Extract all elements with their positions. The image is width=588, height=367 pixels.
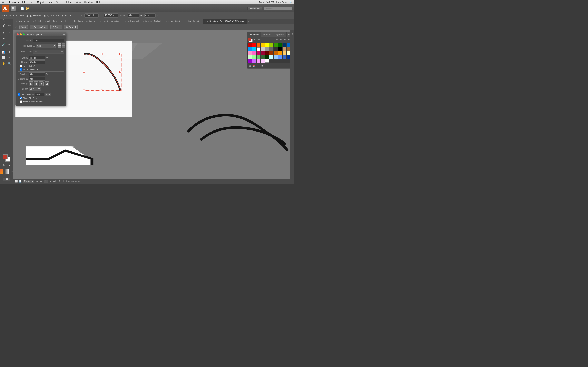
done-button[interactable]: ✓ Done: [51, 25, 62, 29]
swatch-5[interactable]: [269, 43, 273, 47]
menu-select[interactable]: Select: [56, 1, 63, 4]
name-input[interactable]: [33, 39, 64, 42]
handles-icon-2[interactable]: ◎: [47, 14, 49, 17]
copies-select[interactable]: 5 x 7 3 x 5 1 x 1 3 x 3: [29, 87, 41, 91]
dim-copies-checkbox[interactable]: [17, 93, 20, 96]
anchors-icon-2[interactable]: ⊗: [65, 14, 67, 17]
swatch-25[interactable]: [269, 51, 273, 55]
open-file-icon[interactable]: 📂: [26, 7, 29, 10]
graph-tool[interactable]: 📊: [1, 50, 6, 54]
swatch-28[interactable]: [283, 51, 286, 55]
new-swatch-btn[interactable]: +: [256, 64, 260, 68]
new-file-icon[interactable]: 📄: [21, 7, 24, 10]
anchors-icon-3[interactable]: ⊙: [69, 14, 71, 17]
pencil-tool[interactable]: ✏: [7, 23, 12, 28]
dim-select[interactable]: %: [45, 92, 51, 96]
prev-page-btn[interactable]: ◀: [40, 180, 43, 183]
search-icon[interactable]: 🔍: [290, 1, 292, 4]
move-tile-checkbox[interactable]: [20, 68, 22, 71]
tab-close-3[interactable]: ✕: [99, 20, 101, 22]
swatch-2[interactable]: [257, 43, 260, 47]
menu-type[interactable]: Type: [47, 1, 53, 4]
swatch-16[interactable]: [274, 47, 278, 51]
convert-icon-1[interactable]: ◢: [26, 14, 28, 17]
menu-view[interactable]: View: [76, 1, 81, 4]
tab-close-active[interactable]: ✕: [205, 20, 206, 22]
h-spacing-link[interactable]: ⟳: [46, 73, 48, 76]
menu-file[interactable]: File: [22, 1, 26, 4]
tab-1[interactable]: ✕ color_theory_cuts.ai: [43, 19, 68, 24]
symbol-tool[interactable]: ⁑: [7, 50, 12, 54]
gradient-btn[interactable]: [4, 169, 9, 174]
tab-close-5[interactable]: ✕: [143, 20, 145, 22]
fg-bg-swatch[interactable]: [3, 154, 10, 162]
swatch-40[interactable]: [248, 59, 251, 63]
handles-icon-1[interactable]: ◉: [44, 14, 46, 17]
tab-close-4[interactable]: ✕: [124, 20, 126, 22]
overlap-btn-4[interactable]: ◪: [44, 81, 49, 86]
swatch-35[interactable]: [269, 55, 273, 59]
tab-close-1[interactable]: ✕: [45, 20, 46, 22]
eyedropper-tool[interactable]: 💉: [1, 42, 6, 47]
zoom-tool[interactable]: 🔍: [7, 61, 12, 66]
x-input[interactable]: [84, 13, 99, 17]
first-page-btn[interactable]: |◀: [35, 180, 38, 183]
panel-menu-icon[interactable]: ≡: [63, 33, 65, 36]
swatch-30[interactable]: [248, 55, 251, 59]
panel-max-btn[interactable]: [23, 33, 25, 35]
swatch-38[interactable]: [283, 55, 286, 59]
swatch-1[interactable]: [252, 43, 256, 47]
swatch-14[interactable]: [265, 47, 269, 51]
tab-close-7[interactable]: ✕: [186, 20, 187, 22]
sp-tool-1[interactable]: ⊕: [275, 38, 279, 41]
brick-offset-select[interactable]: 1/2 1/3 1/4: [33, 50, 64, 54]
warp-tool[interactable]: 〜: [1, 36, 6, 41]
blend-tool[interactable]: ∞: [7, 42, 12, 47]
swatch-0[interactable]: [248, 43, 251, 47]
swatch-32[interactable]: [257, 55, 260, 59]
v-spacing-input[interactable]: [29, 77, 45, 81]
brushes-tab[interactable]: Brushes: [261, 33, 274, 37]
menu-illustrator[interactable]: Illustrator: [8, 1, 19, 4]
swatch-26[interactable]: [274, 51, 278, 55]
swatch-13[interactable]: [261, 47, 265, 51]
tab-close-6[interactable]: ✕: [165, 20, 167, 22]
swatch-41[interactable]: [252, 59, 256, 63]
hand-tool[interactable]: ✋: [1, 61, 6, 66]
width-tool[interactable]: ⇔: [7, 36, 12, 41]
artboard-tool[interactable]: ⬜: [1, 55, 6, 60]
menu-help[interactable]: Help: [96, 1, 101, 4]
right-panel-icon-7[interactable]: ⚙: [291, 32, 294, 35]
swatch-view-list[interactable]: ≡: [253, 38, 257, 41]
swatch-22[interactable]: [257, 51, 260, 55]
essentials-button[interactable]: Essentials: [247, 7, 262, 10]
dim-input[interactable]: [35, 92, 44, 96]
menu-effect[interactable]: Effect: [66, 1, 72, 4]
swatch-24[interactable]: [265, 51, 269, 55]
tabs-more-btn[interactable]: ›: [247, 20, 250, 23]
tab-active[interactable]: ✕ shirt_pattern* @ 1200% (CMYK/Preview): [203, 19, 247, 24]
cancel-button[interactable]: ⊘ Cancel: [64, 25, 77, 29]
y-input[interactable]: [104, 13, 118, 17]
tab-5[interactable]: ✕ final_cut_finals.ai: [141, 19, 163, 24]
apple-menu[interactable]: ⌘: [2, 1, 4, 4]
swatches-tab[interactable]: Swatches: [247, 33, 261, 37]
artboard-view-btn[interactable]: ⬜: [3, 178, 10, 181]
sp-tool-2[interactable]: ⊗: [279, 38, 283, 41]
overlap-btn-2[interactable]: ◨: [34, 81, 38, 86]
w-input[interactable]: [128, 13, 139, 17]
swatch-group-icon[interactable]: ⊞: [248, 64, 252, 68]
height-input[interactable]: [29, 60, 45, 64]
tab-close-0[interactable]: ✕: [15, 20, 17, 22]
swatch-6[interactable]: [274, 43, 278, 47]
next-page-btn[interactable]: ▶: [49, 180, 52, 183]
stop-icon[interactable]: ◀: [78, 180, 79, 183]
tab-4[interactable]: ✕ cat_brooch.ai: [122, 19, 141, 24]
swatch-4[interactable]: [265, 43, 269, 47]
width-input[interactable]: [29, 56, 45, 59]
swatch-31[interactable]: [252, 55, 256, 59]
swatch-20[interactable]: [248, 51, 251, 55]
swap-colors[interactable]: ⇆: [7, 163, 12, 167]
swatch-23[interactable]: [261, 51, 265, 55]
swatch-37[interactable]: [278, 55, 282, 59]
